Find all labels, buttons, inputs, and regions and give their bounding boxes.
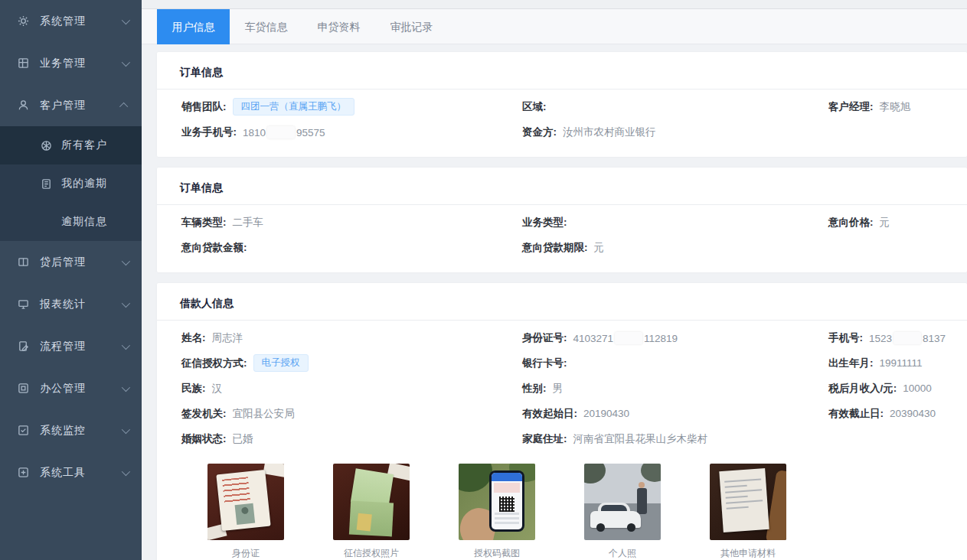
monitor-icon: [17, 298, 29, 311]
photo-caption: 身份证: [207, 547, 284, 560]
tab-approval-records[interactable]: 审批记录: [375, 9, 448, 44]
sidebar-item-label: 系统工具: [40, 466, 122, 480]
field-bank-card: 银行卡号:: [522, 350, 828, 376]
id-card-photo-thumbnail[interactable]: [207, 464, 284, 540]
photo-phone-auth-code[interactable]: 授权码截图: [459, 464, 535, 560]
user-icon: [17, 99, 29, 112]
field-business-phone: 业务手机号: 181095575: [181, 119, 522, 145]
censor-block: [615, 332, 642, 344]
tab-user-info[interactable]: 用户信息: [157, 9, 230, 44]
photo-caption: 授权码截图: [459, 547, 535, 560]
sidebar-item-customer-mgmt[interactable]: 客户管理: [0, 84, 142, 126]
top-strip: [142, 0, 967, 9]
field-issuing-authority: 签发机关: 宜阳县公安局: [181, 401, 522, 426]
section-title: 订单信息: [157, 178, 967, 204]
sidebar-item-label: 我的逾期: [61, 177, 107, 190]
field-valid-from: 有效起始日: 20190430: [522, 401, 828, 426]
sidebar-item-label: 系统监控: [40, 424, 122, 438]
booklet-photo-thumbnail[interactable]: [333, 464, 410, 540]
tab-car-loan-info[interactable]: 车贷信息: [230, 9, 302, 44]
wheel-icon: [40, 139, 52, 151]
photo-green-booklet[interactable]: 征信授权照片: [333, 464, 410, 560]
censor-block: [267, 126, 295, 138]
sidebar-item-overdue-info[interactable]: 逾期信息: [0, 203, 142, 241]
field-business-type: 业务类型:: [522, 210, 828, 235]
field-credit-auth: 征信授权方式: 电子授权: [181, 350, 522, 376]
sidebar-item-all-customers[interactable]: 所有客户: [0, 126, 142, 164]
grid-icon: [17, 57, 29, 70]
sidebar-item-system-tools[interactable]: 系统工具: [0, 451, 142, 493]
notebook-icon: [40, 177, 52, 190]
sales-team-tag: 四团一营（直属王鹏飞）: [233, 98, 355, 116]
censor-block: [893, 332, 921, 344]
sidebar-item-my-overdue[interactable]: 我的逾期: [0, 164, 142, 203]
sidebar-item-postloan-mgmt[interactable]: 贷后管理: [0, 241, 142, 283]
document-photos: 身份证 征信授权照片: [157, 464, 967, 560]
sidebar-item-label: 所有客户: [61, 138, 107, 152]
sidebar-item-label: 逾期信息: [61, 215, 107, 229]
chevron-down-icon: [122, 340, 130, 349]
sidebar-item-label: 系统管理: [40, 15, 122, 28]
field-id-number: 身份证号: 4103271112819: [522, 325, 828, 350]
sidebar: 系统管理 业务管理 客户管理 所有客户 我的逾期 逾期信息: [0, 0, 142, 560]
credit-auth-tag: 电子授权: [253, 354, 309, 372]
office-icon: [17, 383, 29, 395]
sidebar-item-report-stats[interactable]: 报表统计: [0, 283, 142, 325]
open-book-icon: [17, 256, 29, 269]
divider: [157, 89, 967, 90]
checklist-icon: [17, 425, 29, 437]
chevron-down-icon: [122, 467, 130, 475]
chevron-down-icon: [122, 57, 130, 66]
photo-caption: 征信授权照片: [333, 547, 410, 560]
sidebar-item-label: 流程管理: [40, 340, 122, 353]
photo-id-card[interactable]: 身份证: [207, 464, 284, 560]
field-gender: 性别: 男: [522, 376, 828, 401]
sidebar-item-label: 报表统计: [40, 298, 122, 311]
detail-tabbar: 用户信息 车贷信息 申贷资料 审批记录: [142, 9, 967, 44]
sidebar-item-process-mgmt[interactable]: 流程管理: [0, 325, 142, 367]
borrower-info-card: 借款人信息 姓名: 周志洋 身份证号: 4103271112819 手机号: 1…: [157, 283, 967, 560]
field-vehicle-type: 车辆类型: 二手车: [181, 210, 522, 235]
photo-person-with-car[interactable]: 个人照: [584, 464, 661, 560]
photo-caption: 其他申请材料: [710, 547, 786, 560]
sidebar-item-label: 客户管理: [40, 99, 122, 112]
field-mobile-phone: 手机号: 15238137: [828, 325, 959, 350]
field-name: 姓名: 周志洋: [181, 325, 522, 350]
sidebar-item-label: 办公管理: [40, 382, 122, 396]
order-info-card-1: 订单信息 销售团队: 四团一营（直属王鹏飞） 区域: 客户经理: 李晓旭 业务手…: [157, 52, 967, 157]
field-ethnicity: 民族: 汉: [181, 376, 522, 401]
field-birth-date: 出生年月: 19911111: [828, 350, 959, 376]
divider: [157, 320, 967, 321]
chevron-down-icon: [122, 256, 130, 265]
document-photo-thumbnail[interactable]: [710, 464, 786, 540]
customer-mgmt-submenu: 所有客户 我的逾期 逾期信息: [0, 126, 142, 241]
sidebar-item-label: 业务管理: [40, 57, 122, 70]
field-valid-to: 有效截止日: 20390430: [828, 401, 959, 426]
car-photo-thumbnail[interactable]: [584, 464, 661, 540]
field-region: 区域:: [522, 94, 828, 119]
sidebar-item-system-mgmt[interactable]: 系统管理: [0, 0, 142, 42]
tab-loan-application-docs[interactable]: 申贷资料: [302, 9, 375, 44]
sidebar-item-label: 贷后管理: [40, 256, 122, 269]
field-monthly-income: 税后月收入/元: 10000: [828, 376, 959, 401]
photo-caption: 个人照: [584, 547, 661, 560]
photo-handwritten-document[interactable]: 其他申请材料: [710, 464, 786, 560]
field-account-manager: 客户经理: 李晓旭: [828, 94, 959, 119]
gear-icon: [17, 15, 29, 28]
field-funder: 资金方: 汝州市农村商业银行: [522, 119, 828, 145]
chevron-down-icon: [122, 15, 130, 24]
sidebar-item-system-monitor[interactable]: 系统监控: [0, 409, 142, 451]
chevron-down-icon: [122, 298, 130, 307]
tools-icon: [17, 467, 29, 479]
main-content: 用户信息 车贷信息 申贷资料 审批记录 订单信息 销售团队: 四团一营（直属王鹏…: [142, 0, 967, 560]
phone-qr-photo-thumbnail[interactable]: [459, 464, 535, 540]
field-loan-amount: 意向贷款金额:: [181, 235, 522, 260]
sidebar-item-business-mgmt[interactable]: 业务管理: [0, 42, 142, 84]
section-title: 借款人信息: [157, 294, 967, 320]
sidebar-item-office-mgmt[interactable]: 办公管理: [0, 367, 142, 409]
order-info-card-2: 订单信息 车辆类型: 二手车 业务类型: 意向价格: 元 意向贷款金额: 意向贷…: [157, 168, 967, 272]
divider: [157, 204, 967, 205]
field-intent-price: 意向价格: 元: [828, 210, 959, 235]
section-title: 订单信息: [157, 63, 967, 89]
field-home-address: 家庭住址: 河南省宜阳县花果山乡木柴村: [522, 426, 828, 451]
